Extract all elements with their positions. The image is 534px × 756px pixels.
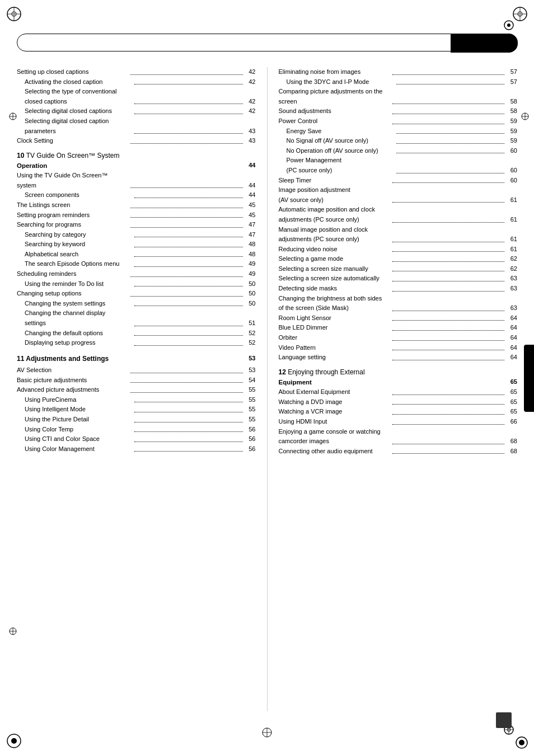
toc-page: 45 (245, 210, 256, 220)
toc-entry: Automatic image position and clock (279, 205, 518, 215)
toc-text: Using the reminder To Do list (17, 279, 133, 289)
toc-text: Selecting a screen size manually (279, 264, 391, 274)
toc-text: Displaying setup progress (17, 338, 133, 348)
toc-text: Using the Picture Detail (17, 415, 133, 425)
toc-dots (134, 299, 242, 307)
bottom-center-reg (261, 727, 273, 739)
section-header: 12 Enjoying through External (279, 368, 518, 376)
toc-text: Basic picture adjustments (17, 375, 129, 386)
toc-entry: (AV source only)61 (279, 195, 518, 205)
toc-dots (130, 269, 242, 277)
toc-dots (392, 447, 504, 454)
toc-text: Using PureCinema (17, 395, 133, 405)
toc-page: 56 (245, 425, 256, 435)
toc-dots (392, 436, 504, 444)
toc-dots (134, 318, 242, 326)
toc-page: 58 (506, 97, 517, 107)
toc-page: 62 (506, 264, 517, 274)
toc-entry: Reducing video noise61 (279, 245, 518, 255)
toc-text: Sleep Timer (279, 176, 391, 186)
toc-text: Automatic image position and clock (279, 205, 518, 215)
toc-dots (396, 77, 504, 85)
toc-entry: Sleep Timer60 (279, 176, 518, 186)
toc-dots (392, 284, 504, 292)
toc-page: 61 (506, 234, 517, 245)
toc-dots (392, 313, 504, 321)
toc-text: Screen components (17, 190, 133, 200)
toc-entry: Using CTI and Color Space56 (17, 434, 256, 444)
toc-entry: Using the 3DYC and I-P Mode57 (279, 77, 518, 87)
toc-dots (130, 136, 242, 144)
toc-entry: Selecting a screen size manually62 (279, 264, 518, 274)
toc-text: closed captions (17, 97, 133, 107)
toc-text: Watching a DVD image (279, 397, 391, 407)
toc-dots (134, 126, 242, 134)
toc-text: of the screen (Side Mask) (279, 303, 391, 313)
toc-text: Watching a VCR image (279, 407, 391, 417)
toc-page: 59 (506, 136, 517, 146)
svg-point-29 (519, 740, 524, 745)
toc-text: Room Light Sensor (279, 313, 391, 323)
toc-page: 57 (506, 77, 517, 87)
toc-page: 61 (506, 195, 517, 205)
toc-entry: Manual image position and clock (279, 225, 518, 235)
toc-text: Alphabetical search (17, 250, 133, 260)
toc-page: 48 (245, 240, 256, 250)
section-title: TV Guide On Screen™ System (26, 152, 120, 159)
toc-page: 52 (245, 328, 256, 339)
toc-page: 55 (245, 385, 256, 395)
toc-dots (392, 323, 504, 331)
toc-entry: Using the Picture Detail55 (17, 415, 256, 425)
toc-text: adjustments (PC source only) (279, 215, 391, 225)
toc-entry: Video Pattern64 (279, 343, 518, 353)
toc-entry: closed captions42 (17, 97, 256, 107)
toc-entry: Room Light Sensor64 (279, 313, 518, 323)
toc-entry: Blue LED Dimmer64 (279, 323, 518, 333)
toc-page: 51 (245, 318, 256, 328)
toc-page: 60 (506, 166, 517, 176)
toc-text: settings (17, 318, 133, 328)
toc-text: Changing the brightness at both sides (279, 294, 518, 304)
toc-page: 59 (506, 116, 517, 126)
toc-text: The search Episode Options menu (17, 259, 133, 269)
toc-entry: The search Episode Options menu49 (17, 259, 256, 269)
toc-dots (392, 215, 504, 223)
toc-entry: Searching by category47 (17, 230, 256, 240)
toc-entry: Selecting digital closed captions42 (17, 106, 256, 116)
toc-page: 47 (245, 220, 256, 230)
toc-dots (134, 97, 242, 105)
toc-text: Reducing video noise (279, 245, 391, 255)
toc-page: 64 (506, 333, 517, 343)
toc-page: 63 (506, 284, 517, 294)
toc-page: 50 (245, 289, 256, 299)
toc-page: 65 (506, 407, 517, 417)
toc-entry: Clock Setting43 (17, 136, 256, 146)
toc-dots (134, 425, 242, 433)
toc-dots (392, 303, 504, 311)
toc-entry: Using Color Management56 (17, 444, 256, 454)
toc-page: 64 (506, 313, 517, 323)
toc-dots (392, 67, 504, 75)
toc-dots (392, 234, 504, 242)
section-header-text: 11 Adjustments and Settings (17, 354, 109, 364)
toc-entry: Eliminating noise from images57 (279, 67, 518, 77)
toc-text: Enjoying a game console or watching (279, 427, 518, 437)
toc-entry: No Operation off (AV source only)60 (279, 146, 518, 156)
toc-text: Selecting digital closed caption (17, 116, 256, 126)
toc-text: screen (279, 97, 391, 107)
toc-page: 58 (506, 106, 517, 116)
toc-dots (130, 210, 242, 218)
toc-text: Power Control (279, 116, 391, 126)
toc-dots (130, 181, 242, 189)
corner-top-left (6, 6, 22, 24)
toc-text: Selecting digital closed captions (17, 106, 133, 116)
toc-text: No Signal off (AV source only) (279, 136, 395, 146)
toc-text: Using HDMI Input (279, 417, 391, 427)
toc-entry: About External Equipment65 (279, 387, 518, 397)
toc-text: Language setting (279, 353, 391, 363)
side-tab (524, 345, 534, 412)
toc-entry: Orbiter64 (279, 333, 518, 343)
toc-entry: Selecting a screen size automatically63 (279, 274, 518, 284)
toc-entry: adjustments (PC source only)61 (279, 234, 518, 245)
toc-text: adjustments (PC source only) (279, 234, 391, 245)
